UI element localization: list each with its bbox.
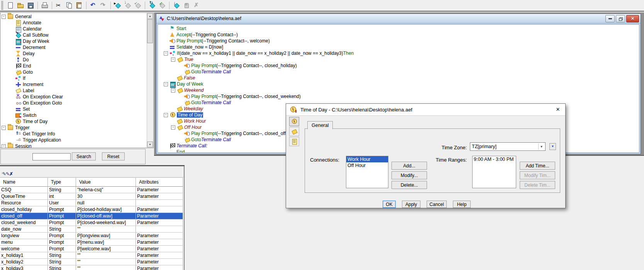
palette-item-do[interactable]: Do: [0, 57, 147, 63]
column-header-name[interactable]: Name: [0, 178, 48, 186]
cut-button[interactable]: [54, 1, 64, 10]
list-item[interactable]: Work Hour: [346, 156, 388, 162]
dialog-titlebar[interactable]: Time of Day - C:\Users\helena\Desktop\he…: [286, 104, 565, 116]
palette-item-increment[interactable]: Increment: [0, 81, 147, 88]
table-row[interactable]: x_holiday2String""Parameter: [0, 259, 183, 265]
palette-item-label[interactable]: Label: [0, 88, 147, 94]
palette-item-general[interactable]: −General: [0, 14, 147, 20]
ok-button[interactable]: OK: [383, 201, 396, 208]
expand-toggle[interactable]: −: [2, 144, 6, 148]
script-window-titlebar[interactable]: C:\Users\helena\Desktop\helena.aef ✕: [156, 14, 641, 24]
expand-toggle[interactable]: −: [2, 126, 6, 130]
cancel-button[interactable]: Cancel: [427, 201, 447, 208]
dialog-close-button[interactable]: ✕: [554, 106, 561, 113]
undo-button[interactable]: [89, 1, 98, 10]
script-step[interactable]: Play Prompt (--Triggering Contact--, clo…: [164, 93, 639, 100]
script-step[interactable]: Set date_now = D[now]: [164, 44, 639, 50]
expand-toggle[interactable]: −: [171, 88, 175, 93]
help-button[interactable]: Help: [453, 201, 471, 208]
table-row[interactable]: menuPromptP[menu.wav]Parameter: [0, 239, 183, 246]
copy-button[interactable]: [64, 1, 74, 10]
restore-button[interactable]: [616, 15, 625, 22]
modify-tim-button[interactable]: Modify Tim...: [520, 171, 555, 179]
table-row[interactable]: CSQString"helena-csq"Parameter: [0, 187, 183, 193]
chevron-down-icon[interactable]: ▼: [538, 143, 544, 150]
palette-item-trigger-application[interactable]: Trigger Application: [0, 137, 147, 143]
palette-item-on-exception-clear[interactable]: On Exception Clear: [0, 94, 147, 100]
script-step[interactable]: Accept (--Triggering Contact--): [164, 32, 639, 38]
time-ranges-list[interactable]: 9:00 AM - 3:00 PM: [472, 156, 516, 188]
palette-item-decrement[interactable]: Decrement: [0, 44, 147, 51]
table-row[interactable]: date_nowString"": [0, 226, 183, 233]
expand-toggle[interactable]: −: [164, 82, 168, 86]
open-button[interactable]: [16, 1, 25, 10]
time-zone-variable-button[interactable]: ▼: [549, 143, 556, 150]
script-step[interactable]: Goto Terminate Call: [164, 69, 639, 75]
delete-tim-button[interactable]: Delete Tim...: [520, 181, 555, 189]
pause-button[interactable]: [182, 1, 191, 10]
table-row[interactable]: x_holiday1String""Parameter: [0, 252, 183, 259]
expand-toggle[interactable]: −: [164, 113, 168, 117]
delete-step-button[interactable]: [192, 1, 201, 10]
connections-list[interactable]: Work HourOff Hour: [346, 156, 388, 188]
palette-scrollbar[interactable]: ▲ ▼: [147, 13, 153, 147]
palette-item-goto[interactable]: Goto: [0, 69, 147, 75]
step-into-button[interactable]: [133, 1, 142, 10]
search-button[interactable]: Search: [72, 152, 96, 160]
palette-item-if[interactable]: If: [0, 75, 147, 81]
start-debug-button[interactable]: [113, 1, 122, 10]
column-header-value[interactable]: Value: [76, 178, 136, 186]
insert-step-button[interactable]: [172, 1, 181, 10]
scroll-up-icon[interactable]: ▲: [147, 13, 153, 19]
expand-toggle[interactable]: −: [2, 15, 6, 19]
modify-button[interactable]: Modify...: [391, 171, 427, 179]
step-over-button[interactable]: [123, 1, 132, 10]
step-tab-annotate[interactable]: [289, 137, 299, 146]
palette-item-time-of-day[interactable]: Time of Day: [0, 118, 147, 125]
palette-item-session[interactable]: −Session: [0, 143, 147, 148]
column-header-attributes[interactable]: Attributes: [136, 178, 183, 186]
close-button[interactable]: ✕: [626, 15, 639, 22]
palette-item-trigger[interactable]: −Trigger: [0, 125, 147, 131]
table-row[interactable]: longviewPromptP[longview.wav]Parameter: [0, 233, 183, 239]
toolbar-grip[interactable]: [1, 1, 3, 10]
palette-item-call-subflow[interactable]: Call Subflow: [0, 32, 147, 38]
search-input[interactable]: [32, 153, 71, 160]
loop-debug-button[interactable]: [147, 1, 157, 10]
add-button[interactable]: Add...: [391, 162, 427, 170]
list-item[interactable]: 9:00 AM - 3:00 PM: [473, 156, 516, 162]
table-row[interactable]: closed_offPromptP[closed-off.wav]Paramet…: [0, 213, 183, 219]
validate-button[interactable]: [158, 1, 167, 10]
step-tab-clock[interactable]: [289, 117, 299, 126]
list-item[interactable]: Off Hour: [346, 162, 388, 169]
table-row[interactable]: QueueTimeint30Parameter: [0, 193, 183, 200]
script-step[interactable]: −True: [164, 56, 639, 62]
palette-item-end[interactable]: End: [0, 63, 147, 69]
time-zone-select[interactable]: TZ[primary] ▼: [470, 142, 546, 151]
expand-toggle[interactable]: −: [164, 51, 168, 56]
palette-item-on-exception-goto[interactable]: On Exception Goto: [0, 100, 147, 106]
palette-item-delay[interactable]: Delay: [0, 51, 147, 57]
expand-toggle[interactable]: −: [171, 125, 175, 130]
palette-item-switch[interactable]: Switch: [0, 112, 147, 118]
print-button[interactable]: [40, 1, 49, 10]
reset-button[interactable]: Reset: [102, 152, 125, 160]
new-button[interactable]: [6, 1, 15, 10]
script-step[interactable]: Play Prompt (--Triggering Contact--, wel…: [164, 38, 639, 44]
delete-button[interactable]: Delete...: [391, 181, 427, 189]
scrollbar-thumb[interactable]: [147, 19, 153, 43]
script-step[interactable]: −If (date_now == x_holiday1 || date_now …: [164, 50, 639, 56]
expand-toggle[interactable]: −: [171, 57, 175, 62]
table-row[interactable]: welcomePromptP[welcome.wav]Parameter: [0, 246, 183, 252]
add-time-button[interactable]: Add Time...: [520, 162, 555, 170]
scroll-down-icon[interactable]: ▼: [147, 142, 153, 147]
save-button[interactable]: [26, 1, 35, 10]
script-step[interactable]: False: [164, 75, 639, 81]
palette-item-annotate[interactable]: Annotate: [0, 20, 147, 26]
step-tab-label[interactable]: [289, 127, 299, 136]
script-step[interactable]: −Weekend: [164, 87, 639, 93]
minimize-button[interactable]: [605, 15, 615, 22]
script-step[interactable]: −Day of Week: [164, 81, 639, 87]
tab-general[interactable]: General: [307, 121, 333, 129]
table-row[interactable]: closed_weekendPromptP[closed-weekend.wav…: [0, 219, 183, 226]
